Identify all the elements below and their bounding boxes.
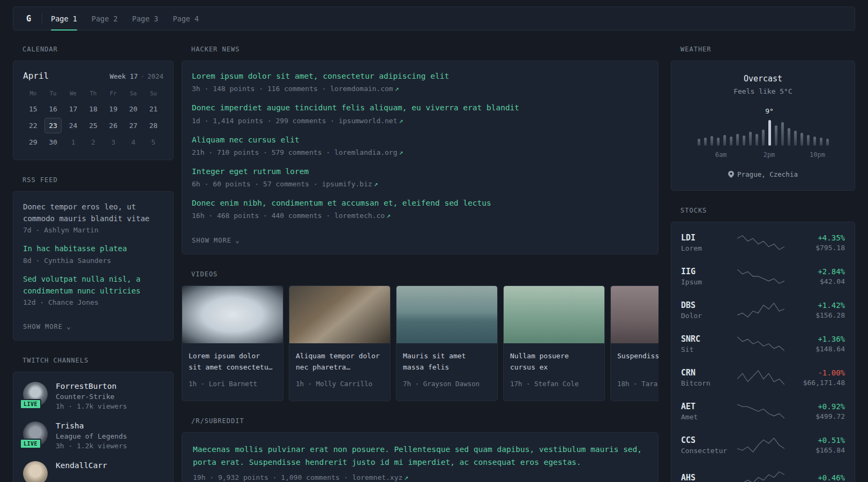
rss-section-title: RSS FEED — [13, 176, 174, 184]
hackernews-item-link[interactable]: Aliquam nec cursus elit — [192, 134, 648, 145]
calendar-day: 17 — [63, 101, 83, 117]
stock-values: +0.51% $165.84 — [785, 436, 845, 454]
stock-row: AET Amet +0.92% $499.72 — [681, 394, 845, 428]
hackernews-item-link[interactable]: Donec enim nibh, condimentum et accumsan… — [192, 198, 648, 208]
video-meta: 7h · Grayson Dawson — [403, 380, 491, 388]
calendar-widget: CALENDAR April Week 17·2024 MoTuWeThFrSa… — [13, 46, 174, 160]
external-link-icon: ↗ — [386, 212, 391, 220]
calendar-day: 22 — [23, 118, 43, 133]
video-info: Lorem ipsum dolor sit amet consectetu… 1… — [182, 343, 283, 401]
twitch-channel[interactable]: LIVE KendallCarr — [23, 461, 163, 482]
stock-sparkline — [737, 268, 784, 285]
stock-row: CCS Consectetur +0.51% $165.84 — [681, 428, 845, 462]
calendar-day: 25 — [83, 118, 103, 133]
rss-item-link[interactable]: Sed volutpat nulla nisl, a condimentum n… — [23, 274, 163, 297]
channel-avatar: LIVE — [23, 382, 48, 406]
hackernews-item: Lorem ipsum dolor sit amet, consectetur … — [192, 71, 648, 93]
rss-item: Sed volutpat nulla nisl, a condimentum n… — [23, 274, 163, 306]
calendar-week: Week 17 — [110, 72, 138, 80]
source-domain-link[interactable]: loremdomain.com — [330, 85, 393, 93]
calendar-day: 30 — [43, 134, 63, 150]
calendar-day: 24 — [63, 118, 83, 133]
stocks-card: LDI Lorem +4.35% $795.18 IIG Ipsum — [671, 222, 855, 482]
source-domain-link[interactable]: loremlandia.org — [334, 148, 397, 156]
hackernews-card: Lorem ipsum dolor sit amet, consectetur … — [182, 61, 659, 254]
calendar-year: 2024 — [147, 72, 163, 80]
video-list: Lorem ipsum dolor sit amet consectetu… 1… — [182, 285, 659, 401]
video-thumbnail — [289, 286, 390, 343]
stock-identity: SNRC Sit — [681, 334, 737, 353]
stock-price: $66,171.48 — [785, 379, 845, 387]
stock-row: DBS Dolor +1.42% $156.28 — [681, 293, 845, 327]
calendar-month: April — [23, 71, 49, 81]
stock-values: -1.00% $66,171.48 — [785, 368, 845, 387]
video-title: Lorem ipsum dolor sit amet consectetu… — [189, 351, 276, 373]
calendar-day: 20 — [123, 101, 143, 117]
subreddit-post-meta: 19h · 9,932 points · 1,090 comments · lo… — [193, 473, 647, 481]
stock-identity: AHS — [681, 473, 737, 482]
hackernews-item-link[interactable]: Integer eget rutrum lorem — [192, 166, 648, 177]
source-domain-link[interactable]: loremtech.co — [334, 212, 385, 220]
stock-change: +0.46% — [785, 473, 845, 482]
subreddit-section-title: /R/SUBREDDIT — [182, 417, 659, 425]
hackernews-item-link[interactable]: Lorem ipsum dolor sit amet, consectetur … — [192, 71, 648, 81]
app-logo[interactable]: G — [23, 14, 34, 24]
video-card[interactable]: Nullam posuere cursus ex 17h · Stefan Co… — [503, 285, 605, 401]
page-tab[interactable]: Page 1 — [51, 7, 77, 30]
rss-item-link[interactable]: Donec tempor eros leo, ut commodo mauris… — [23, 201, 163, 224]
page-tab[interactable]: Page 2 — [92, 7, 118, 30]
page-tab[interactable]: Page 3 — [132, 7, 159, 30]
source-domain-link[interactable]: loremnet.xyz — [352, 473, 402, 481]
left-column: CALENDAR April Week 17·2024 MoTuWeThFrSa… — [13, 46, 174, 482]
external-link-icon: ↗ — [374, 180, 378, 188]
weather-time-labels: 6am 2pm 10pm — [698, 151, 829, 159]
channel-avatar: LIVE — [23, 421, 48, 446]
day-of-week-label: Mo — [23, 90, 43, 96]
stock-symbol: SNRC — [681, 334, 737, 344]
calendar-day: 29 — [23, 134, 43, 150]
time-label: 2pm — [764, 151, 775, 159]
location-pin-icon — [728, 171, 734, 178]
channel-info: ForrestBurton Counter-Strike 1h · 1.7k v… — [56, 382, 127, 410]
page-tab[interactable]: Page 4 — [173, 7, 199, 30]
subreddit-post-link[interactable]: Maecenas mollis pulvinar erat non posuer… — [193, 443, 647, 469]
video-meta: 1h · Lori Barnett — [189, 380, 276, 388]
video-meta: 17h · Stefan Cole — [510, 380, 598, 388]
channel-name: ForrestBurton — [56, 382, 127, 390]
stock-values: +1.42% $156.28 — [785, 301, 845, 319]
calendar-day: 18 — [83, 101, 103, 117]
source-domain-link[interactable]: ipsumworld.net — [339, 117, 398, 125]
rss-item-link[interactable]: In hac habitasse platea — [23, 243, 163, 255]
hackernews-show-more-button[interactable]: SHOW MORE⌄ — [192, 237, 240, 244]
stock-change: +2.84% — [785, 267, 845, 276]
calendar-card: April Week 17·2024 MoTuWeThFrSaSu 151617… — [13, 61, 174, 160]
rss-item-meta: 12d · Chance Jones — [23, 298, 163, 306]
calendar-day: 26 — [103, 118, 123, 133]
rss-show-more-button[interactable]: SHOW MORE⌄ — [23, 323, 71, 330]
source-domain-link[interactable]: ipsumify.biz — [322, 180, 372, 188]
video-card[interactable]: Suspendisse diam 18h · Tara — [610, 285, 659, 401]
video-title: Nullam posuere cursus ex — [510, 351, 598, 373]
hackernews-item-link[interactable]: Donec imperdiet augue tincidunt felis al… — [192, 102, 648, 113]
rss-item-meta: 8d · Cynthia Saunders — [23, 257, 163, 265]
post-stats: 19h · 9,932 points · 1,090 comments · — [193, 473, 352, 481]
stock-sparkline — [737, 234, 784, 251]
video-card[interactable]: Aliquam tempor dolor nec pharetra… 1h · … — [289, 285, 391, 401]
calendar-day: 16 — [43, 101, 63, 117]
video-meta: 1h · Molly Carrillo — [296, 380, 384, 388]
hackernews-item: Donec enim nibh, condimentum et accumsan… — [192, 198, 648, 220]
calendar-day-headers: MoTuWeThFrSaSu — [23, 90, 163, 96]
external-link-icon: ↗ — [404, 473, 408, 481]
stock-change: +0.92% — [785, 402, 845, 411]
video-card[interactable]: Mauris sit amet massa felis 7h · Grayson… — [396, 285, 498, 401]
twitch-channel[interactable]: LIVE ForrestBurton Counter-Strike 1h · 1… — [23, 382, 163, 410]
rss-list: Donec tempor eros leo, ut commodo mauris… — [23, 201, 163, 306]
video-meta: 18h · Tara — [617, 380, 659, 388]
stock-row: CRN Bitcorn -1.00% $66,171.48 — [681, 360, 845, 394]
top-nav: G Page 1 Page 2 Page 3 Page 4 — [13, 6, 855, 31]
twitch-channel[interactable]: LIVE Trisha League of Legends 3h · 1.2k … — [23, 421, 163, 450]
stock-symbol: AHS — [681, 473, 737, 482]
stock-identity: IIG Ipsum — [681, 267, 737, 286]
video-card[interactable]: Lorem ipsum dolor sit amet consectetu… 1… — [182, 285, 283, 401]
channel-meta: 1h · 1.7k viewers — [56, 402, 127, 410]
